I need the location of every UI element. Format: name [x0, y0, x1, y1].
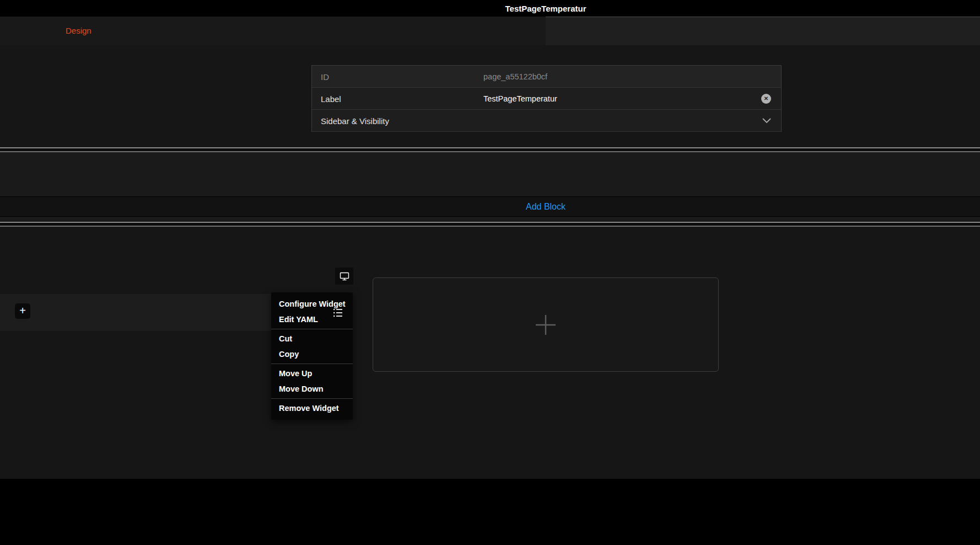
- plus-icon: [534, 313, 558, 337]
- menu-group-clipboard: Cut Copy: [271, 329, 353, 364]
- menu-item-remove-widget[interactable]: Remove Widget: [271, 400, 353, 416]
- page-config-panel: ID page_a55122b0cf Label TestPageTempera…: [311, 65, 782, 132]
- chevron-down-icon: [762, 118, 771, 124]
- add-block-button[interactable]: Add Block: [526, 202, 566, 212]
- id-field-value: page_a55122b0cf: [483, 72, 547, 81]
- widget-row: [0, 294, 274, 331]
- page-editor-screen: TestPageTemperatur Design ID page_a55122…: [0, 0, 980, 545]
- config-row-label: Label TestPageTemperatur ✕: [312, 88, 781, 110]
- tab-bar: Design: [0, 17, 980, 45]
- tab-bar-right-panel: [546, 17, 980, 45]
- widget-toolbar-button[interactable]: [335, 268, 353, 285]
- page-title: TestPageTemperatur: [505, 4, 586, 13]
- config-row-id: ID page_a55122b0cf: [312, 66, 781, 88]
- config-row-sidebar-visibility[interactable]: Sidebar & Visibility: [312, 110, 781, 132]
- menu-group-move: Move Up Move Down: [271, 364, 353, 398]
- section-divider-bottom: [0, 222, 980, 227]
- widget-layout-area: + Configure Widget Edit YAML: [0, 227, 980, 479]
- monitor-icon: [339, 271, 350, 281]
- menu-item-cut[interactable]: Cut: [271, 331, 353, 346]
- bottom-band: [0, 479, 980, 545]
- list-icon: [333, 307, 344, 319]
- app-topbar: TestPageTemperatur: [0, 0, 980, 17]
- label-field-label: Label: [321, 94, 341, 103]
- id-field-label: ID: [321, 72, 329, 81]
- tab-design[interactable]: Design: [66, 17, 91, 45]
- menu-item-move-down[interactable]: Move Down: [271, 381, 353, 397]
- add-block-row: Add Block: [0, 196, 980, 217]
- label-field-value[interactable]: TestPageTemperatur: [483, 94, 557, 103]
- menu-item-move-up[interactable]: Move Up: [271, 366, 353, 381]
- menu-item-copy[interactable]: Copy: [271, 346, 353, 362]
- sidebar-visibility-label: Sidebar & Visibility: [321, 116, 389, 125]
- add-widget-button[interactable]: +: [15, 303, 30, 319]
- section-divider-top: [0, 147, 980, 152]
- menu-group-remove: Remove Widget: [271, 398, 353, 418]
- clear-icon[interactable]: ✕: [761, 94, 771, 104]
- widget-placeholder[interactable]: [373, 277, 719, 372]
- widget-list-button[interactable]: [333, 307, 344, 319]
